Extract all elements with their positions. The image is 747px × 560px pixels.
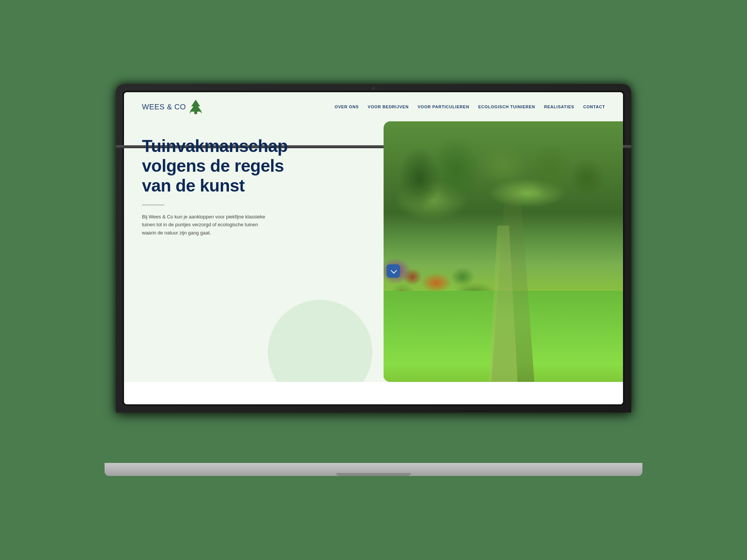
main-nav: OVER ONS VOOR BEDRIJVEN VOOR PARTICULIER… [335, 105, 605, 109]
laptop-camera [372, 87, 375, 90]
hero-divider [142, 205, 164, 205]
hero-section: Tuinvakmanschapvolgens de regelsvan de k… [124, 121, 623, 382]
laptop-lid: WEES & CO OVER ONS VOOR BEDRIJVEN [116, 84, 631, 413]
hero-right [384, 121, 623, 382]
nav-item-realisaties[interactable]: REALISATIES [544, 105, 574, 109]
footer-white-bar [124, 382, 623, 404]
laptop-base [105, 463, 642, 476]
site-header: WEES & CO OVER ONS VOOR BEDRIJVEN [124, 92, 623, 121]
logo-area: WEES & CO [142, 99, 202, 115]
laptop-mockup: WEES & CO OVER ONS VOOR BEDRIJVEN [116, 84, 631, 476]
garden-image [384, 121, 623, 382]
hero-decorative-circle [268, 300, 372, 382]
hero-left: Tuinvakmanschapvolgens de regelsvan de k… [124, 121, 384, 382]
screen-bezel: WEES & CO OVER ONS VOOR BEDRIJVEN [123, 91, 624, 406]
nav-item-over-ons[interactable]: OVER ONS [335, 105, 359, 109]
scroll-down-button[interactable] [387, 264, 400, 278]
laptop-screen: WEES & CO OVER ONS VOOR BEDRIJVEN [124, 92, 623, 404]
logo-brand: WEES [142, 103, 165, 111]
nav-item-voor-particulieren[interactable]: VOOR PARTICULIEREN [418, 105, 469, 109]
logo-text: WEES & CO [142, 103, 186, 111]
svg-marker-0 [190, 100, 202, 114]
nav-item-voor-bedrijven[interactable]: VOOR BEDRIJVEN [368, 105, 409, 109]
logo-suffix: & CO [165, 103, 186, 111]
nav-item-contact[interactable]: CONTACT [583, 105, 605, 109]
logo-tree-icon [189, 99, 202, 115]
hero-title: Tuinvakmanschapvolgens de regelsvan de k… [142, 136, 366, 196]
hero-description: Bij Wees & Co kun je aankloppen voor pie… [142, 213, 269, 237]
nav-item-ecologisch-tuinieren[interactable]: ECOLOGISCH TUINIEREN [478, 105, 535, 109]
